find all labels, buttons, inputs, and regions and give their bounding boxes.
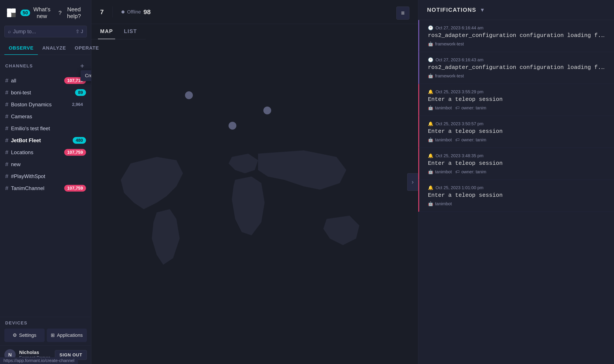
svg-rect-2	[7, 13, 11, 17]
notification-message: ros2_adapter_configuration configuration…	[428, 32, 605, 39]
sidebar-header: 50 What's new ? Need help?	[0, 0, 91, 26]
applications-label: Applications	[57, 332, 83, 338]
notification-time: 🕐 Oct 27, 2023 6:16:44 am	[428, 25, 605, 30]
settings-label: Settings	[19, 332, 37, 338]
user-name: Nicholas	[19, 350, 51, 355]
main-content: ≡ 7 Offline 98 MAP LIST	[91, 0, 418, 364]
channel-item-emilios-fleet[interactable]: # Emilio's test fleet	[0, 122, 91, 134]
channel-item-boston-dynamics[interactable]: # Boston Dynamics 2,964	[0, 99, 91, 110]
filter-button[interactable]: ≡	[396, 7, 409, 20]
channel-item-boni-test[interactable]: # boni-test 89	[0, 87, 91, 99]
channel-name: Emilio's test fleet	[11, 126, 86, 131]
channel-name: Cameras	[11, 114, 86, 120]
tab-list[interactable]: LIST	[122, 24, 139, 39]
hash-icon: #	[5, 101, 8, 108]
formant-logo	[7, 8, 16, 18]
notification-message: Enter a teleop session	[428, 128, 605, 135]
clock-icon: 🕐	[428, 25, 433, 30]
robot-icon: 🤖	[428, 105, 433, 110]
channel-name: #PlayWithSpot	[11, 173, 86, 179]
map-robot-2[interactable]	[263, 106, 271, 114]
world-map	[91, 37, 418, 364]
tab-operate[interactable]: OPERATE	[70, 42, 103, 55]
status-bar: 7 Offline 98	[91, 0, 418, 24]
channel-item-cameras[interactable]: # Cameras	[0, 110, 91, 122]
channel-badge: 107,759	[64, 185, 86, 192]
channel-item-new[interactable]: # new	[0, 158, 91, 170]
tag-icon: 🏷	[455, 169, 460, 174]
channel-item-tanimchannel[interactable]: # TanimChannel 107,759	[0, 182, 91, 194]
settings-button[interactable]: ⚙ Settings	[4, 329, 45, 342]
notification-time: 🔔 Oct 25, 2023 1:01:00 pm	[428, 185, 605, 190]
channel-item-locations[interactable]: # Locations 107,759	[0, 146, 91, 158]
hash-icon: #	[5, 137, 8, 144]
map-robot-3[interactable]	[229, 122, 236, 130]
notification-item[interactable]: 🔔 Oct 25, 2023 3:48:35 pm Enter a teleop…	[418, 148, 614, 180]
map-area: 7 Offline 98 MAP LIST	[91, 0, 418, 364]
notification-item[interactable]: 🔔 Oct 25, 2023 3:50:57 pm Enter a teleop…	[418, 116, 614, 148]
channel-name: Boston Dynamics	[11, 102, 66, 108]
notification-item[interactable]: 🕐 Oct 27, 2023 6:16:44 am ros2_adapter_c…	[418, 20, 614, 52]
devices-buttons: ⚙ Settings ⊞ Applications	[4, 329, 87, 342]
robot-icon: 🤖	[428, 41, 433, 47]
plus-icon: +	[80, 62, 84, 70]
notifications-filter-button[interactable]: ▼	[480, 7, 485, 13]
channel-badge: 89	[75, 89, 86, 96]
notification-item[interactable]: 🕐 Oct 27, 2023 6:16:43 am ros2_adapter_c…	[418, 52, 614, 84]
svg-rect-3	[11, 13, 16, 17]
settings-icon: ⚙	[13, 332, 17, 338]
robot-icon: 🤖	[428, 201, 433, 206]
applications-button[interactable]: ⊞ Applications	[47, 329, 87, 342]
channel-item-all[interactable]: # all 107,716	[0, 75, 91, 87]
status-item-offline: Offline 98	[122, 8, 151, 16]
channel-name: boni-test	[11, 90, 72, 96]
whats-new-label: What's new	[32, 6, 52, 20]
notification-item[interactable]: 🔔 Oct 25, 2023 3:55:29 pm Enter a teleop…	[418, 84, 614, 116]
tag-icon: 🏷	[455, 105, 460, 110]
bell-icon: 🔔	[428, 185, 433, 190]
navigation-tabs: OBSERVE ANALYZE OPERATE	[0, 42, 91, 55]
help-circle-icon: ?	[58, 10, 61, 16]
tab-analyze[interactable]: ANALYZE	[38, 42, 70, 55]
devices-title: DEVICES	[4, 321, 87, 325]
jump-shortcut: ⇧ J	[76, 29, 83, 34]
jump-to-input[interactable]: ⌕ Jump to... ⇧ J	[4, 26, 87, 37]
notification-message: ros2_adapter_configuration configuration…	[428, 64, 605, 71]
expand-right-button[interactable]: ›	[407, 173, 418, 191]
notification-message: Enter a teleop session	[428, 192, 605, 198]
channel-badge: 2,964	[69, 101, 86, 108]
offline-label: Offline	[127, 9, 141, 15]
robot-icon: 🤖	[428, 169, 433, 174]
channel-name: all	[11, 78, 61, 84]
hash-icon: #	[5, 77, 8, 84]
devices-section: DEVICES ⚙ Settings ⊞ Applications	[0, 317, 91, 346]
help-button[interactable]: ? Need help?	[58, 6, 85, 20]
whats-new-badge: 50	[20, 10, 30, 16]
robot-meta: 🤖 tanimbot	[428, 137, 452, 143]
hash-icon: #	[5, 89, 8, 96]
notifications-panel: NOTIFICATIONS ▼ 🕐 Oct 27, 2023 6:16:44 a…	[418, 0, 614, 364]
map-robot-1[interactable]	[185, 91, 193, 99]
channel-item-playwithspot[interactable]: # #PlayWithSpot	[0, 170, 91, 182]
channel-name: JetBot Fleet	[11, 137, 70, 143]
notification-meta: 🤖 tanimbot 🏷 owner: tanim	[428, 105, 605, 110]
tab-map[interactable]: MAP	[98, 24, 115, 39]
chevron-right-icon: ›	[411, 179, 413, 185]
svg-rect-0	[7, 9, 11, 13]
offline-dot	[122, 11, 124, 13]
clock-icon: 🕐	[428, 57, 433, 62]
notification-time: 🔔 Oct 25, 2023 3:55:29 pm	[428, 89, 605, 94]
robot-meta: 🤖 framework-test	[428, 41, 464, 47]
robot-icon: 🤖	[428, 137, 433, 143]
whats-new-button[interactable]: 50 What's new	[20, 6, 52, 20]
notification-item[interactable]: 🔔 Oct 25, 2023 1:01:00 pm Enter a teleop…	[418, 180, 614, 212]
bell-icon: 🔔	[428, 121, 433, 126]
channel-item-jetbot-fleet[interactable]: # JetBot Fleet 480	[0, 134, 91, 146]
tab-observe[interactable]: OBSERVE	[4, 42, 38, 55]
notification-meta: 🤖 framework-test	[428, 41, 605, 47]
notification-message: Enter a teleop session	[428, 160, 605, 167]
offline-count: 98	[143, 8, 151, 16]
notification-time: 🔔 Oct 25, 2023 3:50:57 pm	[428, 121, 605, 126]
notification-message: Enter a teleop session	[428, 96, 605, 103]
add-channel-button[interactable]: + Create new channel	[78, 62, 86, 70]
